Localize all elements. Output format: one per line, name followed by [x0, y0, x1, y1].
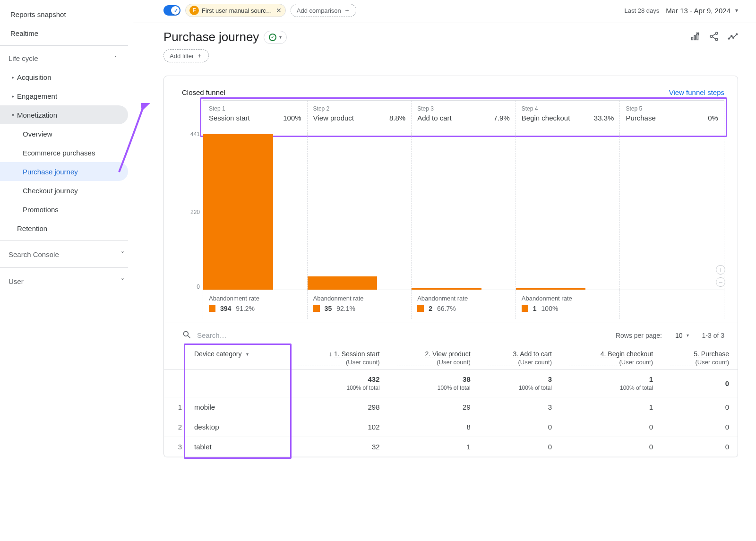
- nav-group-life-cycle[interactable]: Life cycle ˄: [0, 49, 128, 68]
- svg-line-6: [712, 34, 715, 36]
- funnel-step[interactable]: Step 5 Purchase 0%: [620, 101, 724, 134]
- table-row[interactable]: 1mobile29829310: [164, 397, 738, 417]
- funnel-bar: [516, 288, 586, 290]
- divider: [0, 240, 128, 241]
- zoom-out-button[interactable]: −: [716, 277, 725, 287]
- svg-line-13: [188, 336, 190, 338]
- pagination-counter: 1-3 of 3: [702, 332, 724, 339]
- svg-rect-1: [694, 35, 696, 40]
- chevron-down-icon: ▾: [687, 333, 689, 338]
- date-range-picker[interactable]: Last 28 days Mar 13 - Apr 9, 2024 ▾: [625, 7, 738, 15]
- search-icon: [182, 330, 191, 341]
- funnel-bar-column: [308, 134, 412, 290]
- abandonment-cell: Abandonment rate 3592.1%: [308, 290, 412, 319]
- chip-label: First user manual sourc…: [202, 7, 272, 14]
- zoom-in-button[interactable]: +: [716, 265, 725, 275]
- nav-overview[interactable]: Overview: [0, 124, 128, 143]
- funnel-bar-chart: + −: [203, 134, 724, 290]
- chevron-down-icon: ▾: [246, 352, 249, 357]
- report-status-pill[interactable]: ✓ ▾: [264, 31, 287, 44]
- insights-icon[interactable]: [728, 31, 738, 43]
- chip-badge: F: [189, 6, 199, 15]
- abandonment-cell: Abandonment rate 266.7%: [412, 290, 516, 319]
- funnel-card: Closed funnel View funnel steps Step 1 S…: [163, 76, 738, 457]
- nav-search-console[interactable]: Search Console ˅: [0, 244, 133, 265]
- chevron-up-icon: ˄: [111, 56, 120, 61]
- funnel-step[interactable]: Step 1 Session start 100%: [203, 101, 308, 134]
- abandonment-cell: [620, 290, 724, 319]
- metric-header[interactable]: ↓1. Session start(User count): [290, 345, 388, 369]
- svg-point-11: [736, 34, 738, 35]
- close-icon[interactable]: ✕: [276, 7, 282, 14]
- funnel-title: Closed funnel: [182, 88, 225, 96]
- divider: [0, 267, 128, 268]
- funnel-step[interactable]: Step 4 Begin checkout 33.3%: [516, 101, 620, 134]
- plus-icon: ＋: [197, 52, 203, 60]
- chevron-down-icon: ▾: [735, 7, 738, 14]
- dimension-header[interactable]: Device category▾: [186, 345, 290, 369]
- nav-acquisition[interactable]: ▸ Acquisition: [0, 68, 128, 86]
- svg-rect-2: [697, 34, 698, 40]
- funnel-bar: [412, 288, 481, 290]
- chevron-down-icon: ˅: [121, 277, 124, 285]
- caret-right-icon: ▸: [9, 75, 17, 80]
- sort-desc-icon: ↓: [329, 350, 332, 358]
- svg-point-12: [183, 331, 188, 336]
- y-axis: 4412200: [177, 134, 203, 290]
- nav-checkout-journey[interactable]: Checkout journey: [0, 181, 128, 200]
- funnel-step[interactable]: Step 3 Add to cart 7.9%: [412, 101, 516, 134]
- svg-point-8: [728, 38, 730, 39]
- funnel-bar-column: [516, 134, 620, 290]
- abandonment-cell: Abandonment rate 1100%: [516, 290, 620, 319]
- nav-monetization[interactable]: ▾ Monetization: [0, 105, 128, 124]
- chevron-down-icon: ▾: [279, 34, 282, 40]
- nav-user[interactable]: User ˅: [0, 271, 133, 292]
- add-filter-button[interactable]: Add filter ＋: [163, 49, 209, 62]
- view-funnel-steps-link[interactable]: View funnel steps: [669, 88, 724, 96]
- svg-rect-0: [692, 37, 693, 40]
- abandonment-cell: Abandonment rate 39491.2%: [203, 290, 308, 319]
- chevron-down-icon: ˅: [121, 250, 124, 258]
- nav-reports-snapshot[interactable]: Reports snapshot: [0, 5, 128, 24]
- table-row[interactable]: 2desktop1028000: [164, 417, 738, 437]
- check-circle-icon: ✓: [269, 34, 276, 41]
- table-controls: Rows per page: 10 ▾ 1-3 of 3: [164, 323, 738, 345]
- metric-header[interactable]: 5. Purchase(User count): [662, 345, 738, 369]
- nav-realtime[interactable]: Realtime: [0, 24, 128, 43]
- funnel-bar-column: [412, 134, 516, 290]
- page-title: Purchase journey: [163, 30, 259, 44]
- nav-promotions[interactable]: Promotions: [0, 200, 128, 219]
- add-comparison-button[interactable]: Add comparison ＋: [291, 4, 356, 17]
- rows-per-page-select[interactable]: 10 ▾: [675, 332, 689, 339]
- customize-report-icon[interactable]: [690, 31, 700, 43]
- nav-ecommerce-purchases[interactable]: Ecommerce purchases: [0, 143, 128, 162]
- funnel-step[interactable]: Step 2 View product 8.8%: [308, 101, 412, 134]
- funnel-bar-column: [620, 134, 724, 290]
- header: ✓ F First user manual sourc… ✕ Add compa…: [133, 0, 756, 23]
- nav-purchase-journey[interactable]: Purchase journey: [0, 162, 128, 181]
- sidebar: Reports snapshot Realtime Life cycle ˄ ▸…: [0, 0, 133, 541]
- metric-header[interactable]: 4. Begin checkout(User count): [560, 345, 662, 369]
- metric-header[interactable]: 2. View product(User count): [388, 345, 479, 369]
- segment-chip[interactable]: F First user manual sourc… ✕: [185, 4, 286, 17]
- caret-down-icon: ▾: [9, 112, 17, 118]
- funnel-bar: [203, 134, 273, 290]
- rows-per-page-label: Rows per page:: [616, 332, 662, 339]
- main: ✓ F First user manual sourc… ✕ Add compa…: [133, 0, 756, 541]
- comparison-toggle[interactable]: ✓: [163, 5, 180, 16]
- svg-point-10: [733, 37, 734, 38]
- title-row: Purchase journey ✓ ▾: [133, 23, 756, 46]
- nav-engagement[interactable]: ▸ Engagement: [0, 86, 128, 105]
- plus-icon: ＋: [344, 6, 350, 15]
- search-input[interactable]: [196, 331, 338, 340]
- device-category-table: Device category▾↓1. Session start(User c…: [164, 345, 738, 457]
- funnel-bar-column: [203, 134, 308, 290]
- metric-header[interactable]: 3. Add to cart(User count): [479, 345, 560, 369]
- nav-retention[interactable]: Retention: [0, 219, 128, 238]
- svg-line-7: [712, 37, 715, 39]
- funnel-bar: [308, 276, 378, 290]
- svg-point-9: [731, 35, 732, 37]
- caret-right-icon: ▸: [9, 94, 17, 99]
- table-row[interactable]: 3tablet321000: [164, 437, 738, 457]
- share-icon[interactable]: [709, 31, 719, 43]
